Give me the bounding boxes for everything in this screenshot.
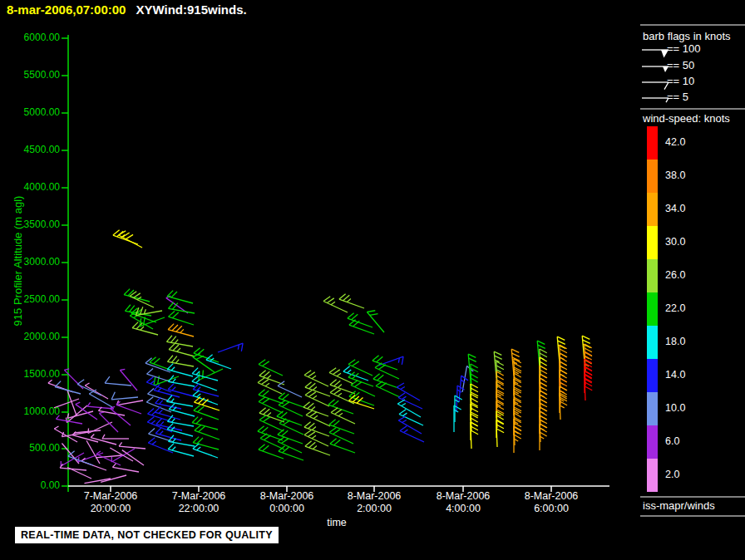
y-tick-label: 6000.00: [0, 32, 60, 43]
wind-barb-tick: [514, 430, 521, 435]
wind-barb-halftick: [160, 400, 163, 404]
wind-barb-tick: [380, 383, 387, 388]
wind-barb-halftick: [152, 441, 156, 445]
x-tick-label: 8-Mar-20066:00:00: [501, 490, 601, 515]
wind-barb-tick: [328, 400, 335, 405]
wind-barb-tick: [560, 370, 567, 374]
wind-barb-tick: [259, 445, 265, 449]
wind-barb-halftick: [267, 376, 271, 379]
wind-barb-staff: [112, 467, 139, 472]
wind-barb-tick: [194, 348, 200, 353]
wind-barb-staff: [192, 374, 218, 381]
wind-barb-staff: [146, 363, 170, 372]
wind-barb-tick: [305, 382, 312, 387]
barb-legend-header: barb flags in knots: [643, 30, 731, 42]
wind-barb-tick: [77, 380, 84, 385]
wind-barb-tick: [329, 368, 336, 373]
wind-barb-staff: [305, 395, 329, 406]
y-tick-label: 500.00: [0, 442, 60, 454]
y-tick-label: 4500.00: [0, 144, 60, 155]
wind-barb-staff: [194, 410, 219, 420]
wind-barb-tick: [560, 353, 567, 357]
wind-barb-tick: [306, 410, 313, 415]
wind-barb-tick: [540, 411, 547, 415]
wind-barb-tick: [147, 368, 153, 374]
wind-barb-halftick: [560, 405, 564, 408]
wind-barb-tick: [376, 381, 382, 386]
wind-barb-halftick: [159, 410, 162, 413]
wind-barb-tick: [333, 400, 339, 405]
wind-barb-tick: [166, 336, 171, 342]
wind-barb-staff: [166, 341, 193, 346]
wind-barb-tick: [330, 380, 337, 385]
x-tick-label: 8-Mar-20062:00:00: [324, 490, 424, 515]
wind-barb-tick: [560, 349, 567, 353]
wind-barb-staff: [330, 392, 354, 404]
wind-barb-tick: [309, 442, 316, 447]
wind-barb-tick: [241, 343, 243, 351]
wind-barb-halftick: [151, 420, 155, 424]
wind-barb-tick: [193, 391, 200, 395]
wind-barb-staff: [98, 410, 125, 415]
wind-barb-staff: [259, 420, 284, 431]
wind-barb-tick: [512, 353, 520, 356]
x-tick-label: 8-Mar-20064:00:00: [413, 490, 513, 515]
colorbar-label: 26.0: [665, 269, 685, 281]
wind-barb-tick: [308, 423, 315, 428]
wind-barb-tick: [328, 298, 334, 303]
wind-barb-tick: [353, 373, 359, 378]
wind-barb-staff: [116, 400, 143, 405]
wind-barb-tick: [194, 405, 200, 410]
wind-barb-staff: [86, 440, 100, 464]
wind-barb-halftick: [160, 431, 163, 435]
wind-barb-halftick: [313, 415, 318, 418]
wind-barb-tick: [167, 291, 173, 297]
wind-barb-tick: [585, 386, 592, 391]
wind-barb-tick: [582, 336, 590, 339]
wind-barb-staff: [111, 397, 138, 400]
wind-barb-tick: [170, 336, 175, 343]
wind-barb-tick: [264, 417, 270, 422]
wind-barb-tick: [333, 430, 340, 435]
wind-barb-tick: [398, 416, 406, 420]
wind-barb-tick: [540, 357, 547, 361]
wind-barb-halftick: [88, 429, 89, 434]
wind-barb-staff: [130, 296, 154, 307]
source-label: iss-mapr/winds: [643, 499, 715, 512]
wind-barb-tick: [195, 425, 201, 430]
wind-barb-tick: [471, 364, 478, 368]
wind-barb-tick: [398, 393, 405, 398]
wind-barb-halftick: [403, 413, 407, 415]
y-tick-label: 5500.00: [0, 69, 60, 81]
wind-barb-staff: [56, 419, 82, 424]
title-timestamp: 8-mar-2006,07:00:00: [7, 2, 126, 17]
wind-barb-tick: [192, 376, 199, 381]
wind-barb-tick: [278, 381, 284, 386]
wind-barb-staff: [110, 408, 131, 425]
wind-barb-staff: [303, 407, 328, 416]
wind-barb-tick: [148, 408, 154, 414]
wind-barb-tick: [560, 386, 567, 391]
wind-barb-tick: [305, 391, 312, 395]
wind-barb-staff: [89, 394, 112, 407]
wind-barb-tick: [343, 295, 350, 300]
colorbar-swatch: [647, 126, 658, 160]
wind-barb-tick: [560, 345, 567, 349]
wind-barb-tick: [471, 374, 478, 378]
wind-barb-halftick: [347, 299, 351, 302]
wind-barb-tick: [259, 415, 266, 420]
y-tick-label: 1500.00: [0, 368, 60, 380]
wind-barb-tick: [514, 426, 521, 430]
colorbar-label: 14.0: [665, 369, 685, 381]
wind-barb-halftick: [160, 422, 164, 425]
wind-barb-tick: [355, 382, 362, 387]
wind-barb-tick: [585, 348, 592, 352]
wind-barb-tick: [263, 391, 269, 395]
wind-barb-tick: [399, 410, 406, 415]
wind-barb-staff: [113, 235, 138, 244]
wind-barb-tick: [331, 408, 338, 413]
wind-barb-halftick: [402, 420, 407, 423]
wind-barb-staff: [101, 475, 126, 482]
wind-barb-staff: [122, 450, 144, 465]
wind-barb-tick: [309, 383, 316, 388]
